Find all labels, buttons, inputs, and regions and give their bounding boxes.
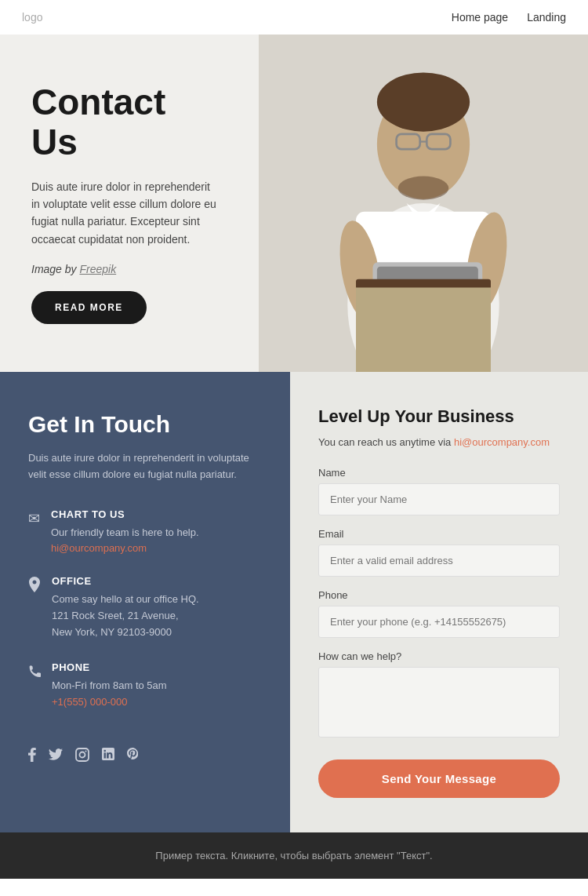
phone-hours: Mon-Fri from 8am to 5am bbox=[52, 678, 167, 694]
hero-description: Duis aute irure dolor in reprehenderit i… bbox=[31, 178, 220, 249]
chat-text: Our friendly team is here to help. bbox=[51, 525, 199, 541]
contact-right: Level Up Your Business You can reach us … bbox=[290, 372, 588, 832]
form-title: Level Up Your Business bbox=[318, 406, 560, 427]
office-title: OFFICE bbox=[52, 575, 199, 587]
svg-point-3 bbox=[377, 72, 470, 131]
message-field-group: How can we help? bbox=[318, 650, 560, 741]
contact-left: Get In Touch Duis aute irure dolor in re… bbox=[0, 372, 290, 832]
name-field-group: Name bbox=[318, 467, 560, 515]
chat-icon: ✉ bbox=[28, 510, 40, 527]
hero-content: Contact Us Duis aute irure dolor in repr… bbox=[0, 35, 251, 370]
name-input[interactable] bbox=[318, 483, 560, 515]
contact-section: Get In Touch Duis aute irure dolor in re… bbox=[0, 372, 588, 832]
nav-landing[interactable]: Landing bbox=[527, 11, 566, 24]
hero-section: Contact Us Duis aute irure dolor in repr… bbox=[0, 35, 588, 372]
nav-links: Home page Landing bbox=[452, 11, 566, 24]
navbar: logo Home page Landing bbox=[0, 0, 588, 35]
chat-title: CHART TO US bbox=[51, 508, 199, 520]
read-more-button[interactable]: READ MORE bbox=[31, 291, 147, 324]
svg-point-7 bbox=[398, 177, 449, 200]
nav-home[interactable]: Home page bbox=[452, 11, 508, 24]
send-message-button[interactable]: Send Your Message bbox=[318, 759, 560, 798]
hero-image bbox=[259, 35, 588, 372]
phone-link[interactable]: +1(555) 000-000 bbox=[52, 696, 128, 708]
contact-item-office: OFFICE Come say hello at our office HQ. … bbox=[28, 575, 262, 640]
hero-title: Contact Us bbox=[31, 82, 220, 162]
contact-title: Get In Touch bbox=[28, 411, 262, 438]
twitter-icon[interactable] bbox=[49, 748, 63, 766]
phone-input[interactable] bbox=[318, 606, 560, 638]
contact-description: Duis aute irure dolor in reprehenderit i… bbox=[28, 450, 262, 483]
message-label: How can we help? bbox=[318, 650, 560, 662]
svg-rect-16 bbox=[76, 748, 89, 761]
phone-field-group: Phone bbox=[318, 589, 560, 638]
svg-point-18 bbox=[85, 750, 87, 752]
reach-email[interactable]: hi@ourcompany.com bbox=[454, 436, 550, 448]
svg-point-17 bbox=[80, 752, 85, 757]
footer-text: Пример текста. Кликните, чтобы выбрать э… bbox=[17, 850, 571, 861]
person-illustration bbox=[259, 35, 588, 372]
hero-image-credit: Image by Freepik bbox=[31, 260, 220, 278]
facebook-icon[interactable] bbox=[28, 748, 36, 766]
phone-icon bbox=[28, 663, 41, 683]
message-textarea[interactable] bbox=[318, 667, 560, 738]
phone-title: PHONE bbox=[52, 661, 167, 673]
phone-label: Phone bbox=[318, 589, 560, 601]
logo: logo bbox=[22, 11, 42, 24]
pinterest-icon[interactable] bbox=[127, 748, 138, 766]
contact-item-chat: ✉ CHART TO US Our friendly team is here … bbox=[28, 508, 262, 555]
instagram-icon[interactable] bbox=[75, 748, 89, 766]
email-input[interactable] bbox=[318, 545, 560, 577]
freepik-link[interactable]: Freepik bbox=[79, 263, 116, 275]
social-row bbox=[28, 748, 262, 766]
email-field-group: Email bbox=[318, 528, 560, 577]
svg-rect-15 bbox=[356, 288, 491, 373]
office-text: Come say hello at our office HQ. 121 Roc… bbox=[52, 592, 199, 640]
contact-item-phone: PHONE Mon-Fri from 8am to 5am +1(555) 00… bbox=[28, 661, 262, 708]
chat-link[interactable]: hi@ourcompany.com bbox=[51, 542, 147, 554]
linkedin-icon[interactable] bbox=[102, 748, 114, 766]
reach-text: You can reach us anytime via hi@ourcompa… bbox=[318, 436, 560, 448]
footer: Пример текста. Кликните, чтобы выбрать э… bbox=[0, 832, 588, 879]
location-icon bbox=[28, 577, 41, 596]
name-label: Name bbox=[318, 467, 560, 479]
email-label: Email bbox=[318, 528, 560, 540]
